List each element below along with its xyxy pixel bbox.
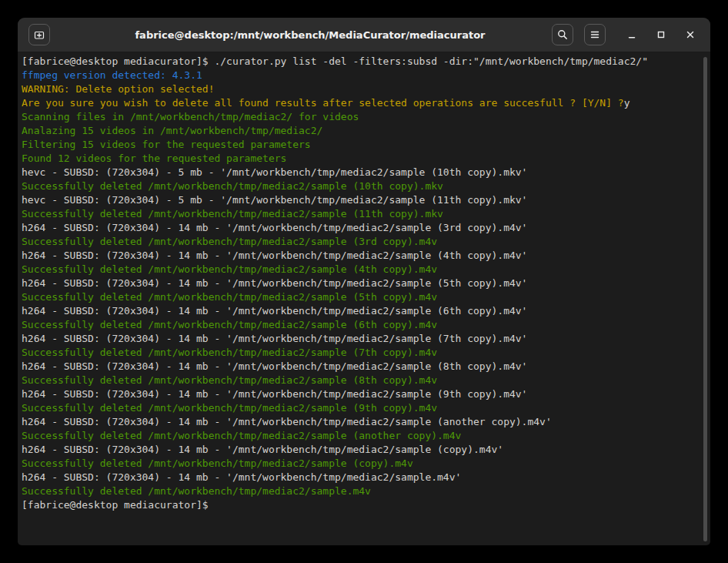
menu-button[interactable] <box>584 24 606 45</box>
maximize-icon <box>655 28 667 41</box>
terminal-text-segment: Successfully deleted /mnt/workbench/tmp/… <box>22 347 437 358</box>
minimize-button[interactable] <box>623 25 641 44</box>
terminal-text-segment: Analazing 15 videos in /mnt/workbench/tm… <box>22 125 322 136</box>
terminal-text-segment: h264 - SUBSD: (720x304) - 14 mb - '/mnt/… <box>22 416 552 427</box>
terminal-line: h264 - SUBSD: (720x304) - 14 mb - '/mnt/… <box>22 221 700 235</box>
maximize-button[interactable] <box>652 25 670 44</box>
terminal-text-segment: [fabrice@desktop mediacurator]$ ./curato… <box>22 55 648 67</box>
terminal-line: Successfully deleted /mnt/workbench/tmp/… <box>22 346 700 360</box>
new-tab-button[interactable] <box>28 24 50 45</box>
terminal-text-segment: h264 - SUBSD: (720x304) - 14 mb - '/mnt/… <box>22 444 503 455</box>
terminal-text-segment: hevc - SUBSD: (720x304) - 5 mb - '/mnt/w… <box>22 166 527 178</box>
terminal-text-segment: WARNING: Delete option selected! <box>22 83 214 95</box>
terminal-line: Successfully deleted /mnt/workbench/tmp/… <box>22 429 700 443</box>
terminal-line: h264 - SUBSD: (720x304) - 14 mb - '/mnt/… <box>22 360 700 374</box>
terminal-line: Analazing 15 videos in /mnt/workbench/tm… <box>22 124 700 138</box>
terminal-text-segment: Successfully deleted /mnt/workbench/tmp/… <box>22 457 413 469</box>
close-icon <box>684 28 696 41</box>
terminal-text-segment: Scanning files in /mnt/workbench/tmp/med… <box>22 111 359 122</box>
terminal-text-segment: Successfully deleted /mnt/workbench/tmp/… <box>22 180 443 192</box>
terminal-text-segment: h264 - SUBSD: (720x304) - 14 mb - '/mnt/… <box>22 388 527 400</box>
terminal-line: Successfully deleted /mnt/workbench/tmp/… <box>22 179 700 193</box>
terminal-line: h264 - SUBSD: (720x304) - 14 mb - '/mnt/… <box>22 415 700 429</box>
scrollbar[interactable] <box>702 55 709 543</box>
terminal[interactable]: [fabrice@desktop mediacurator]$ ./curato… <box>18 53 710 545</box>
terminal-line: Found 12 videos for the requested parame… <box>22 152 700 166</box>
terminal-line: [fabrice@desktop mediacurator]$ ./curato… <box>22 55 700 69</box>
terminal-line: Successfully deleted /mnt/workbench/tmp/… <box>22 290 700 304</box>
terminal-text-segment: Found 12 videos for the requested parame… <box>22 152 286 164</box>
terminal-text-segment: Successfully deleted /mnt/workbench/tmp/… <box>22 485 371 497</box>
terminal-line: h264 - SUBSD: (720x304) - 14 mb - '/mnt/… <box>22 304 700 318</box>
terminal-text-segment: Successfully deleted /mnt/workbench/tmp/… <box>22 402 437 414</box>
terminal-line: Successfully deleted /mnt/workbench/tmp/… <box>22 401 700 415</box>
titlebar[interactable]: fabrice@desktop:/mnt/workbench/MediaCura… <box>18 18 710 52</box>
search-icon <box>556 28 569 41</box>
terminal-text-segment: h264 - SUBSD: (720x304) - 14 mb - '/mnt/… <box>22 250 527 261</box>
terminal-text-segment: Successfully deleted /mnt/workbench/tmp/… <box>22 374 437 386</box>
terminal-text-segment: Successfully deleted /mnt/workbench/tmp/… <box>22 430 461 441</box>
minimize-icon <box>626 28 638 41</box>
terminal-text-segment: h264 - SUBSD: (720x304) - 14 mb - '/mnt/… <box>22 333 527 344</box>
terminal-line: h264 - SUBSD: (720x304) - 14 mb - '/mnt/… <box>22 249 700 263</box>
terminal-text-segment: [fabrice@desktop mediacurator]$ <box>22 499 209 511</box>
terminal-text-segment: h264 - SUBSD: (720x304) - 14 mb - '/mnt/… <box>22 222 527 233</box>
window-title: fabrice@desktop:/mnt/workbench/MediaCura… <box>87 29 533 41</box>
titlebar-controls <box>552 24 700 45</box>
scrollbar-thumb[interactable] <box>703 57 707 541</box>
terminal-text-segment: Filtering 15 videos for the requested pa… <box>22 139 311 150</box>
terminal-line: h264 - SUBSD: (720x304) - 14 mb - '/mnt/… <box>22 332 700 346</box>
terminal-text-segment: hevc - SUBSD: (720x304) - 5 mb - '/mnt/w… <box>22 194 527 206</box>
terminal-output: [fabrice@desktop mediacurator]$ ./curato… <box>22 55 700 512</box>
terminal-line: Successfully deleted /mnt/workbench/tmp/… <box>22 235 700 249</box>
terminal-window: fabrice@desktop:/mnt/workbench/MediaCura… <box>18 18 710 545</box>
terminal-line: Successfully deleted /mnt/workbench/tmp/… <box>22 457 700 471</box>
terminal-text-segment: h264 - SUBSD: (720x304) - 14 mb - '/mnt/… <box>22 471 461 483</box>
terminal-text-segment: h264 - SUBSD: (720x304) - 14 mb - '/mnt/… <box>22 277 527 289</box>
terminal-text-segment: ffmpeg version detected: 4.3.1 <box>22 69 202 81</box>
terminal-line: h264 - SUBSD: (720x304) - 14 mb - '/mnt/… <box>22 471 700 484</box>
terminal-text-segment: Successfully deleted /mnt/workbench/tmp/… <box>22 236 437 247</box>
terminal-line: Successfully deleted /mnt/workbench/tmp/… <box>22 263 700 276</box>
terminal-line: Successfully deleted /mnt/workbench/tmp/… <box>22 374 700 387</box>
terminal-line: WARNING: Delete option selected! <box>22 82 700 96</box>
terminal-line: hevc - SUBSD: (720x304) - 5 mb - '/mnt/w… <box>22 193 700 207</box>
terminal-line: [fabrice@desktop mediacurator]$ <box>22 498 700 512</box>
terminal-text-segment: Are you sure you wish to delete all foun… <box>22 97 624 109</box>
terminal-text-segment: h264 - SUBSD: (720x304) - 14 mb - '/mnt/… <box>22 305 527 317</box>
terminal-text-segment: Successfully deleted /mnt/workbench/tmp/… <box>22 263 437 275</box>
terminal-line: Are you sure you wish to delete all foun… <box>22 96 700 110</box>
terminal-line: h264 - SUBSD: (720x304) - 14 mb - '/mnt/… <box>22 443 700 457</box>
terminal-text-segment: Successfully deleted /mnt/workbench/tmp/… <box>22 319 437 330</box>
hamburger-menu-icon <box>589 28 601 41</box>
terminal-text-segment: y <box>624 97 630 109</box>
terminal-line: Successfully deleted /mnt/workbench/tmp/… <box>22 207 700 221</box>
terminal-text-segment: Successfully deleted /mnt/workbench/tmp/… <box>22 291 437 303</box>
terminal-line: hevc - SUBSD: (720x304) - 5 mb - '/mnt/w… <box>22 166 700 179</box>
search-button[interactable] <box>552 24 573 45</box>
terminal-line: Successfully deleted /mnt/workbench/tmp/… <box>22 484 700 498</box>
tab-new-icon <box>33 28 45 41</box>
terminal-line: Successfully deleted /mnt/workbench/tmp/… <box>22 318 700 332</box>
terminal-text-segment: h264 - SUBSD: (720x304) - 14 mb - '/mnt/… <box>22 360 527 372</box>
terminal-line: Scanning files in /mnt/workbench/tmp/med… <box>22 110 700 124</box>
close-button[interactable] <box>681 25 700 44</box>
terminal-line: h264 - SUBSD: (720x304) - 14 mb - '/mnt/… <box>22 387 700 401</box>
terminal-line: ffmpeg version detected: 4.3.1 <box>22 69 700 82</box>
terminal-line: h264 - SUBSD: (720x304) - 14 mb - '/mnt/… <box>22 276 700 290</box>
terminal-text-segment: Successfully deleted /mnt/workbench/tmp/… <box>22 208 443 220</box>
terminal-line: Filtering 15 videos for the requested pa… <box>22 138 700 152</box>
